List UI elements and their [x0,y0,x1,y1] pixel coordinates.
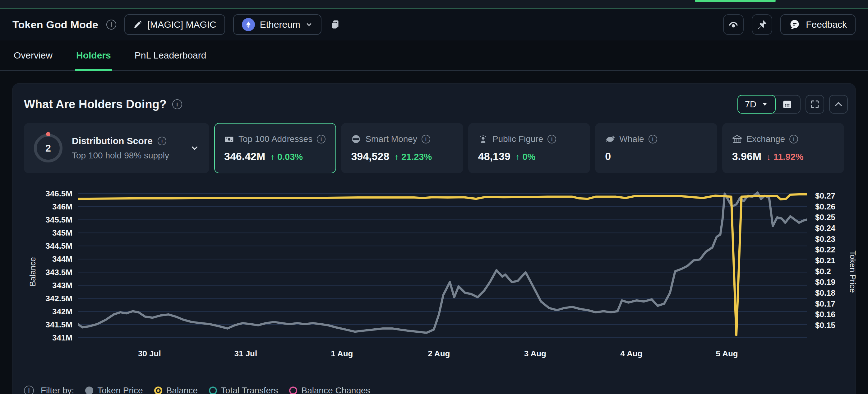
stat-change: ↑ 0.03% [270,152,303,162]
stat-label: Top 100 Addresses [239,134,312,144]
info-icon[interactable]: i [158,137,166,145]
collapse-button[interactable] [829,95,848,114]
balance-changes-radio-icon [289,387,297,394]
header-bar: Token God Mode i [MAGIC] MAGIC Ethereum [0,9,868,40]
filter-option-balance-changes[interactable]: Balance Changes [289,386,370,394]
price-axis-tick: $0.25 [815,213,856,222]
gauge-marker-dot [46,132,50,136]
x-axis-tick: 30 Jul [138,349,161,359]
top-strip [0,0,868,9]
balance-radio-icon [154,387,162,394]
fullscreen-icon [810,99,820,109]
stat-label: Exchange [746,134,785,144]
stat-label: Public Figure [492,134,543,144]
stat-change: ↓ 11.92% [766,152,803,162]
price-axis-tick: $0.17 [815,299,856,308]
info-icon[interactable]: i [24,386,34,394]
price-axis-tick: $0.15 [815,320,856,330]
stat-change: ↑ 21.23% [394,152,432,162]
chart-filter-legend: i Filter by: Token Price Balance Total T… [24,386,848,394]
distribution-score-title: Distribution Score [72,136,153,146]
stat-card-smart-money[interactable]: Smart Money i 394,528 ↑ 21.23% [341,123,463,173]
calendar-button[interactable] [773,95,801,114]
feedback-button[interactable]: Feedback [780,14,856,35]
filter-option-total-transfers[interactable]: Total Transfers [209,386,278,394]
timeframe-dropdown[interactable]: 7D [737,95,776,114]
info-icon[interactable]: i [172,99,182,109]
info-icon[interactable]: i [422,135,430,143]
stat-value: 0 [605,150,611,163]
eye-icon [727,19,739,30]
stat-value: 48,139 [478,150,510,163]
chevron-down-icon[interactable] [190,143,199,153]
stat-value: 3.96M [732,150,762,163]
page-title: Token God Mode [12,19,98,31]
filter-by-label: Filter by: [41,386,74,394]
price-axis-tick: $0.18 [815,288,856,298]
x-axis-tick: 5 Aug [716,349,738,359]
banknote-icon [224,134,234,144]
balance-axis-tick: 341M [26,333,72,342]
calendar-icon [782,99,793,110]
chain-label: Ethereum [260,19,300,30]
pin-icon [756,19,768,30]
panel-title: What Are Holders Doing? [24,98,167,111]
info-icon[interactable]: i [106,20,116,30]
stat-value: 394,528 [351,150,389,163]
filter-option-balance[interactable]: Balance [154,386,198,394]
chevron-down-icon [305,21,313,28]
x-axis-tick: 4 Aug [620,349,642,359]
timeframe-value: 7D [745,99,756,110]
stat-card-row: 2 Distribution Score i Top 100 hold 98% … [24,123,844,173]
price-axis-tick: $0.24 [815,223,856,233]
stat-card-public-figure[interactable]: Public Figure i 48,139 ↑ 0% [468,123,590,173]
x-axis-tick: 2 Aug [428,349,450,359]
distribution-score-gauge: 2 [34,134,62,163]
distribution-score-subtitle: Top 100 hold 98% supply [72,151,169,161]
pin-button[interactable] [752,14,772,35]
price-axis-tick: $0.19 [815,277,856,287]
tab-pnl-leaderboard[interactable]: PnL Leaderboard [135,40,207,71]
balance-axis-tick: 343.5M [26,268,72,277]
pencil-icon [133,20,143,29]
price-axis-tick: $0.2 [815,267,856,276]
tab-holders[interactable]: Holders [76,40,111,71]
balance-axis-tick: 342M [26,307,72,316]
balance-axis-tick: 343M [26,281,72,290]
info-icon[interactable]: i [789,135,798,143]
filter-option-token-price[interactable]: Token Price [85,386,143,394]
stat-card-whale[interactable]: Whale i 0 [595,123,717,173]
watch-button[interactable] [723,14,744,35]
holders-panel: What Are Holders Doing? i 7D [12,83,856,394]
distribution-score-card[interactable]: 2 Distribution Score i Top 100 hold 98% … [24,123,209,173]
stat-card-top-100-addresses[interactable]: Top 100 Addresses i 346.42M ↑ 0.03% [214,123,336,173]
chain-selector-dropdown[interactable]: Ethereum [233,14,321,35]
token-selector-button[interactable]: [MAGIC] MAGIC [124,14,225,35]
price-axis-tick: $0.16 [815,310,856,319]
stat-label: Whale [619,134,644,144]
balance-axis-tick: 344M [26,254,72,263]
info-icon[interactable]: i [317,135,326,143]
chart-plot-area [78,189,807,338]
balance-axis-tick: 346.5M [26,189,72,198]
price-axis-tick: $0.23 [815,234,856,244]
price-axis-tick: $0.21 [815,256,856,265]
whale-icon [605,134,615,144]
panel-title-row: What Are Holders Doing? i [24,98,182,111]
price-axis-tick: $0.22 [815,245,856,254]
stat-value: 346.42M [224,150,265,163]
chevron-up-icon [834,99,843,109]
price-axis-tick: $0.27 [815,191,856,200]
ethereum-icon [242,18,255,31]
info-icon[interactable]: i [548,135,556,143]
info-icon[interactable]: i [649,135,657,143]
copy-icon[interactable] [330,19,341,30]
balance-axis-tick: 344.5M [26,241,72,251]
stat-label: Smart Money [365,134,417,144]
bank-icon [732,134,742,144]
total-transfers-radio-icon [209,387,217,394]
stat-card-exchange[interactable]: Exchange i 3.96M ↓ 11.92% [722,123,844,173]
stat-change: ↑ 0% [516,152,535,162]
fullscreen-button[interactable] [806,95,824,114]
tab-overview[interactable]: Overview [14,40,53,71]
